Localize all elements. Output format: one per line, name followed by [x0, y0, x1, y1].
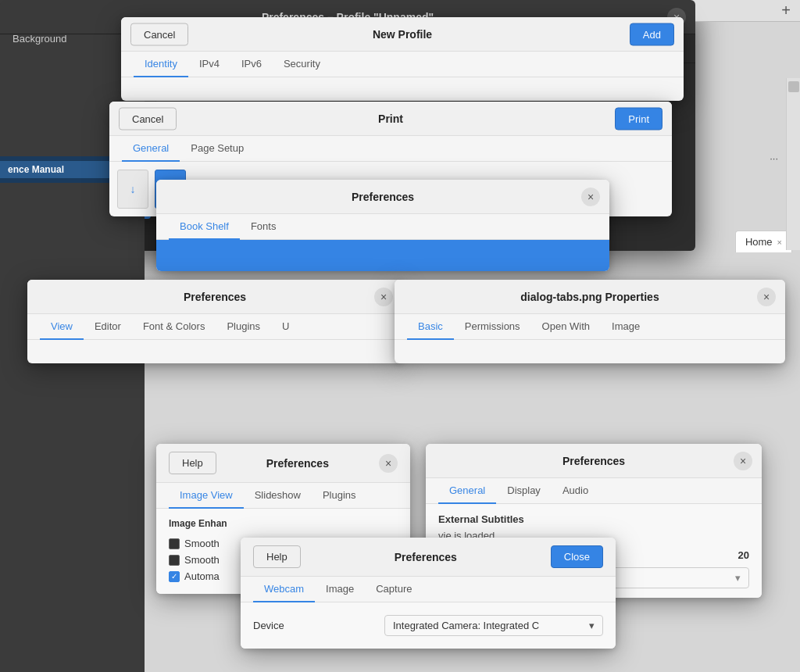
auto-checkbox[interactable]: ✓: [169, 571, 180, 582]
smooth-checkbox-2[interactable]: [169, 555, 180, 566]
properties-dialog: dialog-tabs.png Properties × Basic Permi…: [395, 280, 785, 363]
camera-close-button[interactable]: Close: [551, 545, 603, 568]
tab-image-cam[interactable]: Image: [315, 577, 365, 602]
camera-header: Help Preferences Close: [241, 538, 616, 577]
tab-identity[interactable]: Identity: [134, 52, 188, 77]
new-profile-content: [121, 77, 684, 101]
media-pref-close-button[interactable]: ×: [734, 452, 752, 470]
new-profile-header: Cancel New Profile Add: [121, 17, 684, 52]
properties-header: dialog-tabs.png Properties ×: [395, 280, 785, 314]
camera-preferences-dialog: Help Preferences Close Webcam Image Capt…: [241, 538, 616, 649]
home-tab-close[interactable]: ×: [777, 238, 782, 247]
camera-device-value: Integrated Camera: Integrated C: [393, 620, 539, 631]
properties-content: [395, 340, 785, 363]
tab-font-colors[interactable]: Font & Colors: [132, 314, 216, 340]
tab-page-setup[interactable]: Page Setup: [180, 136, 255, 162]
img-pref-tabs: Image View Slideshow Plugins: [156, 483, 410, 509]
media-pref-header: Preferences ×: [426, 444, 762, 478]
print-title: Print: [378, 113, 403, 125]
new-profile-dialog: Cancel New Profile Add Identity IPv4 IPv…: [121, 17, 684, 101]
camera-title: Preferences: [309, 551, 543, 563]
pref-view-tabs: View Editor Font & Colors Plugins U: [27, 314, 402, 340]
print-item-1[interactable]: ↓: [117, 170, 148, 209]
print-cancel-button[interactable]: Cancel: [119, 107, 177, 130]
print-print-button[interactable]: Print: [615, 107, 662, 130]
img-pref-header: Help Preferences ×: [156, 444, 410, 483]
img-pref-close-button[interactable]: ×: [379, 454, 398, 473]
tab-security[interactable]: Security: [273, 52, 331, 77]
pref-view-header: Preferences ×: [27, 280, 402, 314]
tab-ipv6[interactable]: IPv6: [230, 52, 273, 77]
media-section-label: External Subtitles: [438, 513, 749, 525]
properties-title: dialog-tabs.png Properties: [520, 291, 659, 303]
tab-general-media[interactable]: General: [438, 478, 496, 504]
tab-capture[interactable]: Capture: [365, 577, 423, 602]
tab-display[interactable]: Display: [496, 478, 552, 504]
preferences-view-dialog: Preferences × View Editor Font & Colors …: [27, 280, 402, 363]
new-profile-add-button[interactable]: Add: [630, 23, 674, 45]
tab-basic[interactable]: Basic: [407, 314, 454, 340]
properties-close-button[interactable]: ×: [757, 288, 776, 306]
tab-fonts[interactable]: Fonts: [240, 214, 288, 240]
auto-label: Automa: [184, 570, 220, 582]
scroll-area: [786, 78, 800, 250]
img-pref-help-button[interactable]: Help: [169, 452, 216, 474]
pref-view-title: Preferences: [184, 291, 246, 303]
pref-book-close-button[interactable]: ×: [581, 188, 600, 206]
properties-tabs: Basic Permissions Open With Image: [395, 314, 785, 340]
media-bold-value: 20: [738, 549, 749, 561]
pref-view-content: [27, 340, 402, 363]
camera-device-label: Device: [253, 620, 284, 631]
tab-plugins-img[interactable]: Plugins: [312, 483, 367, 509]
pref-book-tabs: Book Shelf Fonts: [156, 214, 609, 240]
media-chevron-icon: ▾: [735, 572, 741, 584]
new-profile-cancel-button[interactable]: Cancel: [130, 23, 188, 45]
tab-audio[interactable]: Audio: [552, 478, 599, 504]
camera-device-select[interactable]: Integrated Camera: Integrated C ▾: [384, 615, 603, 636]
pref-view-close-button[interactable]: ×: [374, 288, 393, 306]
plus-button[interactable]: +: [781, 2, 791, 20]
tab-u[interactable]: U: [271, 314, 300, 340]
pref-book-title: Preferences: [352, 191, 414, 203]
tab-general[interactable]: General: [122, 136, 180, 162]
tab-permissions[interactable]: Permissions: [454, 314, 531, 340]
tab-webcam[interactable]: Webcam: [253, 577, 315, 602]
media-pref-tabs: General Display Audio: [426, 478, 762, 504]
home-tab-label: Home: [745, 236, 773, 248]
more-button[interactable]: ···: [770, 152, 778, 164]
tab-view[interactable]: View: [40, 314, 84, 340]
camera-content: Device Integrated Camera: Integrated C ▾: [241, 602, 616, 649]
tab-open-with[interactable]: Open With: [531, 314, 601, 340]
print-header: Cancel Print Print: [109, 102, 672, 136]
tab-slideshow[interactable]: Slideshow: [244, 483, 312, 509]
preferences-book-dialog: Preferences × Book Shelf Fonts: [156, 180, 609, 271]
camera-tabs: Webcam Image Capture: [241, 577, 616, 602]
tab-image[interactable]: Image: [601, 314, 651, 340]
img-pref-title: Preferences: [224, 457, 371, 470]
tab-editor[interactable]: Editor: [84, 314, 132, 340]
print-tabs: General Page Setup: [109, 136, 672, 162]
smooth-label-1: Smooth: [184, 538, 220, 549]
pref-book-header: Preferences ×: [156, 180, 609, 214]
smooth-label-2: Smooth: [184, 554, 220, 566]
camera-chevron-icon: ▾: [589, 620, 595, 631]
tab-ipv4[interactable]: IPv4: [188, 52, 230, 77]
media-pref-title: Preferences: [562, 455, 625, 467]
camera-help-button[interactable]: Help: [253, 545, 301, 568]
new-profile-tabs: Identity IPv4 IPv6 Security: [121, 52, 684, 77]
smooth-checkbox-1[interactable]: [169, 538, 180, 549]
home-tab[interactable]: Home ×: [735, 231, 792, 252]
img-section-label: Image Enhan: [169, 518, 398, 529]
camera-device-row: Device Integrated Camera: Integrated C ▾: [253, 612, 603, 639]
pref-book-content: [156, 240, 609, 271]
tab-plugins[interactable]: Plugins: [216, 314, 271, 340]
new-profile-title: New Profile: [373, 28, 432, 41]
tab-bookshelf[interactable]: Book Shelf: [169, 214, 240, 240]
tab-image-view[interactable]: Image View: [169, 483, 244, 509]
